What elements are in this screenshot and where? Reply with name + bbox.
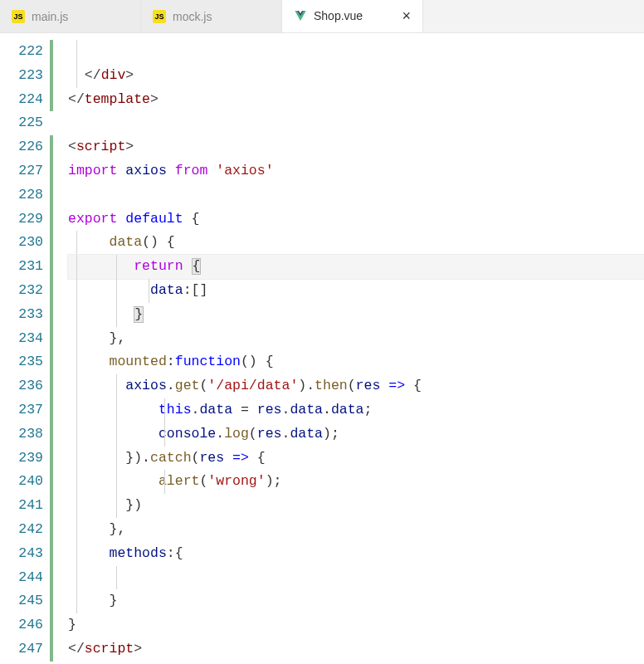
code-line[interactable]: }, xyxy=(68,327,644,351)
line-number: 242 xyxy=(0,518,43,542)
line-number: 244 xyxy=(0,566,43,590)
line-number: 227 xyxy=(0,159,43,183)
line-number: 240 xyxy=(0,470,43,494)
line-number: 234 xyxy=(0,327,43,351)
code-line[interactable]: }) xyxy=(68,494,644,518)
code-line[interactable]: </div> xyxy=(68,64,644,88)
code-line[interactable]: } xyxy=(68,613,644,637)
line-number: 225 xyxy=(0,111,43,135)
code-line[interactable] xyxy=(68,40,644,64)
line-number: 229 xyxy=(0,208,43,232)
code-line[interactable]: console.log(res.data); xyxy=(68,422,644,447)
code-line[interactable]: mounted:function() { xyxy=(68,350,644,374)
close-icon[interactable]: × xyxy=(402,8,411,23)
line-number: 231 xyxy=(0,255,43,279)
code-line[interactable]: axios.get('/api/data').then(res => { xyxy=(68,374,644,398)
code-editor[interactable]: 222 223 224 225 226 227 228 229 230 231 … xyxy=(0,33,644,662)
code-line[interactable]: data:[] xyxy=(68,279,644,303)
js-icon: JS xyxy=(12,10,25,23)
line-number: 232 xyxy=(0,279,43,303)
code-line[interactable]: this.data = res.data.data; xyxy=(68,398,644,422)
line-number: 223 xyxy=(0,64,43,88)
line-number: 228 xyxy=(0,183,43,208)
line-number: 246 xyxy=(0,613,43,637)
line-number: 236 xyxy=(0,374,43,398)
line-number: 241 xyxy=(0,494,43,518)
tab-bar: JS main.js JS mock.js Shop.vue × xyxy=(0,0,644,33)
line-number: 230 xyxy=(0,231,43,255)
line-number: 243 xyxy=(0,542,43,566)
tab-mainjs[interactable]: JS main.js xyxy=(0,0,141,32)
code-line[interactable]: </template> xyxy=(68,88,644,112)
tab-label: mock.js xyxy=(173,10,212,23)
tab-mockjs[interactable]: JS mock.js xyxy=(141,0,282,32)
code-line[interactable] xyxy=(68,111,644,135)
line-number: 247 xyxy=(0,637,43,662)
line-number: 239 xyxy=(0,447,43,471)
code-line[interactable]: <script> xyxy=(68,135,644,159)
code-line[interactable]: methods:{ xyxy=(68,542,644,566)
code-area[interactable]: </div> </template> <script> import axios… xyxy=(53,40,644,662)
code-line[interactable]: } xyxy=(68,303,644,327)
code-line[interactable] xyxy=(68,566,644,590)
code-line[interactable]: import axios from 'axios' xyxy=(68,159,644,183)
line-number-gutter: 222 223 224 225 226 227 228 229 230 231 … xyxy=(0,40,50,662)
vue-icon xyxy=(294,9,307,22)
tab-shopvue[interactable]: Shop.vue × xyxy=(282,0,423,32)
line-number: 238 xyxy=(0,422,43,447)
code-line-current[interactable]: return { xyxy=(68,255,644,279)
code-line[interactable]: } xyxy=(68,589,644,613)
line-number: 245 xyxy=(0,589,43,613)
js-icon: JS xyxy=(153,10,166,23)
code-line[interactable]: data() { xyxy=(68,231,644,255)
tab-label: main.js xyxy=(32,10,68,23)
code-line[interactable]: }).catch(res => { xyxy=(68,447,644,471)
code-line[interactable]: </script> xyxy=(68,637,644,662)
line-number: 222 xyxy=(0,40,43,64)
code-line[interactable]: }, xyxy=(68,518,644,542)
code-line[interactable]: alert('wrong'); xyxy=(68,470,644,494)
code-line[interactable] xyxy=(68,183,644,208)
line-number: 226 xyxy=(0,135,43,159)
line-number: 233 xyxy=(0,303,43,327)
code-line[interactable]: export default { xyxy=(68,208,644,232)
line-number: 224 xyxy=(0,88,43,112)
line-number: 235 xyxy=(0,350,43,374)
tab-label: Shop.vue xyxy=(314,9,363,22)
line-number: 237 xyxy=(0,398,43,422)
